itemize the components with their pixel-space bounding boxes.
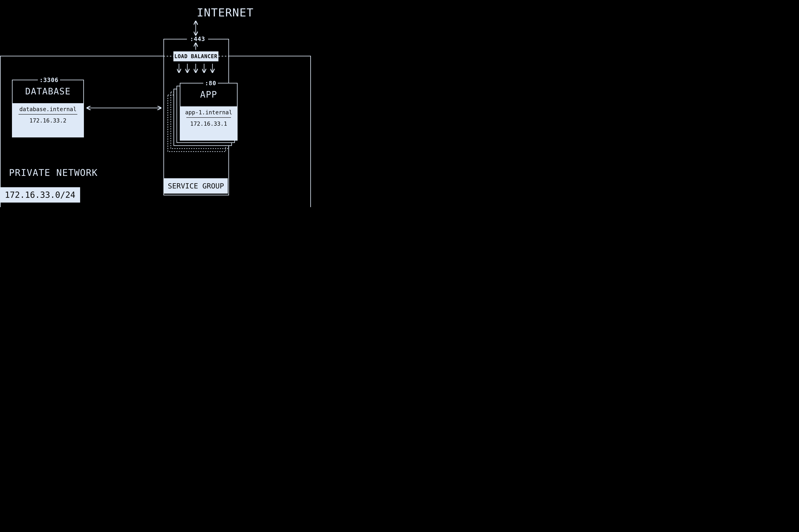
database-card: DATABASE database.internal 172.16.33.2 xyxy=(12,80,84,137)
database-hostname: database.internal xyxy=(13,106,83,113)
private-network-label: PRIVATE NETWORK xyxy=(9,167,98,178)
private-network-left-border xyxy=(0,56,1,207)
service-group-port: :443 xyxy=(187,35,208,42)
app-card: APP app-1.internal 172.16.33.1 xyxy=(180,83,238,140)
internet-label: INTERNET xyxy=(185,6,265,19)
private-network-cidr: 172.16.33.0/24 xyxy=(0,187,80,203)
app-divider xyxy=(186,117,231,118)
app-title: APP xyxy=(180,90,237,100)
app-hostname: app-1.internal xyxy=(180,109,237,116)
app-port: :80 xyxy=(203,80,218,87)
database-port: :3306 xyxy=(38,76,60,83)
database-info-panel: database.internal 172.16.33.2 xyxy=(13,103,83,137)
database-title: DATABASE xyxy=(13,86,83,96)
database-divider xyxy=(19,114,77,115)
private-network-top-right xyxy=(228,56,311,56)
database-ip: 172.16.33.2 xyxy=(13,117,83,124)
load-balancer-label: LOAD BALANCER xyxy=(173,51,219,61)
app-info-panel: app-1.internal 172.16.33.1 xyxy=(180,106,237,140)
service-group-label: SERVICE GROUP xyxy=(164,178,228,194)
private-network-top-left xyxy=(0,56,163,56)
private-network-right-border xyxy=(310,56,311,207)
app-ip: 172.16.33.1 xyxy=(180,120,237,127)
